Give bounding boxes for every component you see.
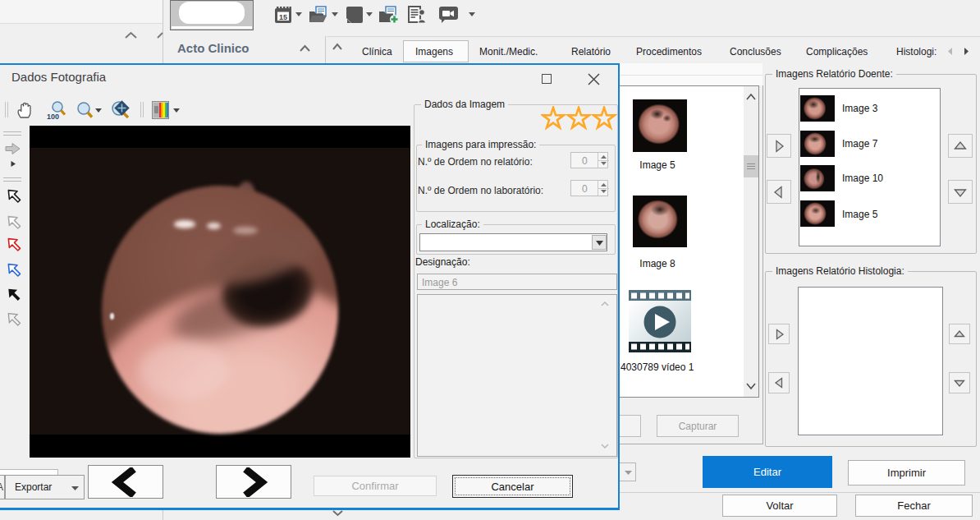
svg-text:100: 100 [47, 113, 59, 121]
svg-text:15: 15 [279, 13, 287, 21]
